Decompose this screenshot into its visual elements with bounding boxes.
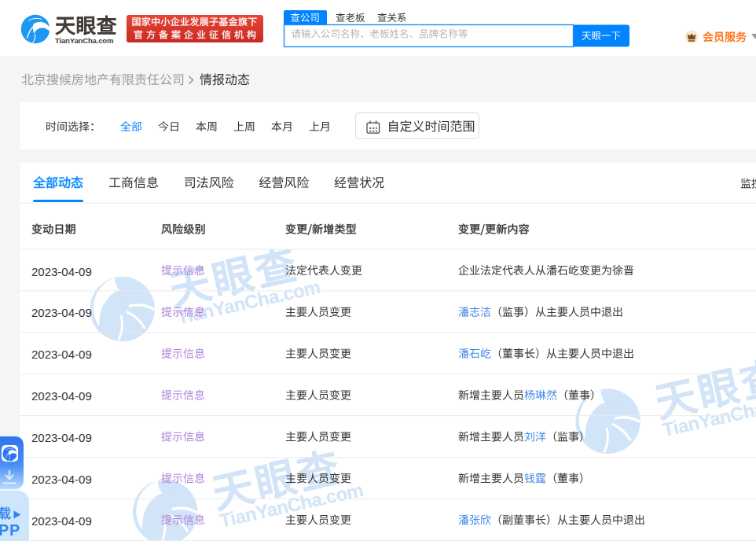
svg-text:APP: APP xyxy=(0,521,20,539)
